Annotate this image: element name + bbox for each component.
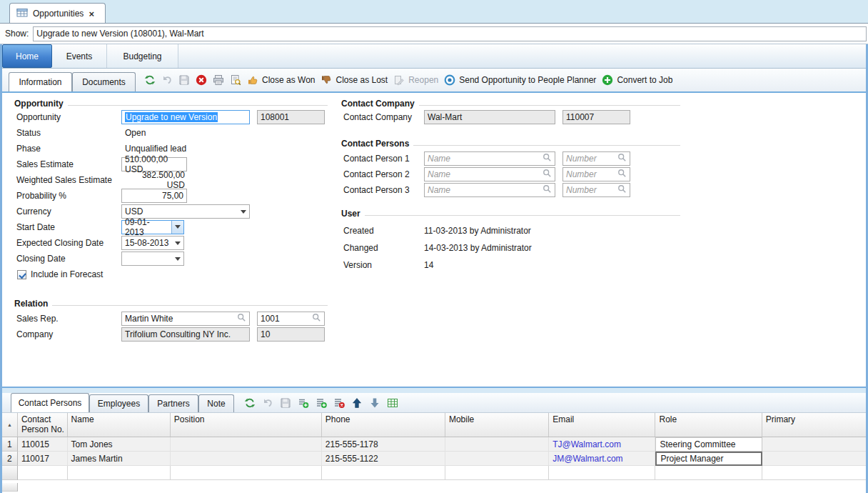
column-header-position[interactable]: Position (171, 413, 322, 437)
close-as-lost-button[interactable]: Close as Lost (321, 74, 388, 86)
close-as-won-button[interactable]: Close as Won (247, 74, 315, 86)
section-user: User (341, 208, 680, 219)
cell-email[interactable]: JM@Walmart.com (549, 452, 655, 466)
column-header-email[interactable]: Email (549, 413, 655, 437)
cell-empty[interactable] (445, 466, 549, 480)
send-to-people-planner-button[interactable]: Send Opportunity to People Planner (444, 74, 596, 86)
reopen-button[interactable]: Reopen (393, 74, 438, 86)
print-preview-icon[interactable] (230, 74, 241, 86)
cell-empty[interactable] (68, 466, 171, 480)
contact-person-1-number-input[interactable]: Number (562, 151, 630, 166)
cell-mobile[interactable] (445, 452, 549, 466)
cell-contact-person-no[interactable]: 110017 (18, 452, 68, 466)
cell-primary[interactable] (762, 452, 866, 466)
cell-empty[interactable] (18, 466, 68, 480)
close-tab-icon[interactable]: × (89, 9, 94, 19)
cell-empty[interactable] (549, 466, 655, 480)
pane-splitter[interactable] (2, 387, 866, 393)
ribbon-tab-home[interactable]: Home (2, 44, 52, 68)
column-header-mobile[interactable]: Mobile (445, 413, 549, 437)
cell-empty[interactable] (762, 466, 866, 480)
search-icon[interactable] (312, 313, 321, 324)
add-row-icon[interactable] (298, 397, 309, 409)
refresh-icon[interactable] (144, 74, 156, 86)
closing-date-picker[interactable] (121, 252, 184, 266)
cell-empty[interactable] (171, 466, 322, 480)
sales-estimate-input[interactable]: 510.000,00 USD (121, 157, 187, 171)
opportunity-input[interactable]: Upgrade to new Version (121, 110, 250, 124)
contact-person-3-name-input[interactable]: Name (424, 183, 555, 197)
cell-role[interactable]: Steering Committee (655, 437, 762, 452)
field-row-opportunity: Opportunity Upgrade to new Version 10800… (14, 109, 328, 125)
move-up-icon[interactable] (351, 397, 363, 409)
ribbon-tab-events[interactable]: Events (52, 44, 107, 68)
save-icon[interactable] (280, 397, 291, 409)
tab-partners[interactable]: Partners (148, 394, 198, 412)
sort-ascending-icon[interactable]: ▲ (2, 413, 18, 437)
tab-opportunities[interactable]: Opportunities × (9, 3, 106, 24)
convert-to-job-button[interactable]: Convert to Job (602, 74, 672, 86)
expected-closing-date-picker[interactable]: 15-08-2013 (121, 236, 184, 250)
table-row[interactable]: 1 110015 Tom Jones 215-555-1178 TJ@Walma… (2, 437, 866, 452)
delete-icon[interactable] (196, 74, 207, 86)
contact-person-1-name-input[interactable]: Name (424, 151, 555, 166)
cell-position[interactable] (171, 452, 322, 466)
cell-position[interactable] (171, 437, 322, 452)
start-date-picker[interactable]: 09-01-2013 (121, 220, 184, 234)
table-row-empty[interactable] (2, 466, 866, 480)
delete-row-icon[interactable] (333, 397, 345, 409)
print-icon[interactable] (213, 74, 224, 86)
row-number (2, 466, 18, 480)
cell-empty[interactable] (655, 466, 762, 480)
search-icon[interactable] (617, 184, 627, 196)
contact-person-2-name-input[interactable]: Name (424, 167, 555, 181)
cell-email[interactable]: TJ@Walmart.com (549, 437, 655, 452)
column-header-name[interactable]: Name (68, 413, 171, 437)
insert-row-icon[interactable] (316, 397, 327, 409)
cell-role-selected[interactable]: Project Manager (655, 452, 762, 466)
cell-name[interactable]: Tom Jones (68, 437, 171, 452)
tab-note[interactable]: Note (198, 394, 234, 412)
tab-documents[interactable]: Documents (72, 72, 136, 91)
show-input[interactable] (33, 26, 867, 41)
probability-input[interactable]: 75,00 (121, 189, 187, 203)
reopen-icon (393, 74, 405, 86)
search-icon[interactable] (617, 153, 627, 164)
sales-rep-input[interactable]: Martin White (121, 312, 250, 326)
search-icon[interactable] (542, 169, 552, 180)
refresh-icon[interactable] (244, 397, 256, 409)
cell-primary[interactable] (762, 437, 866, 452)
currency-dropdown[interactable]: USD (121, 204, 250, 219)
cell-phone[interactable]: 215-555-1178 (322, 437, 445, 452)
grid-view-icon[interactable] (387, 397, 398, 409)
search-icon[interactable] (542, 153, 552, 164)
tab-employees[interactable]: Employees (89, 394, 148, 412)
search-icon[interactable] (237, 313, 246, 324)
cell-empty[interactable] (322, 466, 445, 480)
move-down-icon[interactable] (369, 397, 380, 409)
ribbon-tab-budgeting[interactable]: Budgeting (107, 44, 178, 68)
column-header-contact-person-no[interactable]: Contact Person No. (18, 413, 68, 437)
tab-information[interactable]: Information (9, 72, 72, 91)
sales-rep-number-input[interactable]: 1001 (257, 312, 325, 326)
cell-phone[interactable]: 215-555-1122 (322, 452, 445, 466)
column-header-role[interactable]: Role (655, 413, 762, 437)
calendar-dropdown-button[interactable] (171, 221, 183, 234)
cell-mobile[interactable] (445, 437, 549, 452)
undo-icon[interactable] (262, 397, 273, 409)
contact-person-2-number-input[interactable]: Number (562, 167, 630, 181)
column-header-phone[interactable]: Phone (322, 413, 445, 437)
contact-person-3-label: Contact Person 3 (341, 185, 424, 195)
cell-name[interactable]: James Martin (68, 452, 171, 466)
cell-contact-person-no[interactable]: 110015 (18, 437, 68, 452)
undo-icon[interactable] (161, 74, 173, 86)
tab-contact-persons[interactable]: Contact Persons (11, 393, 89, 412)
save-icon[interactable] (178, 74, 190, 86)
section-contact-persons: Contact Persons (341, 138, 680, 149)
search-icon[interactable] (617, 169, 627, 180)
search-icon[interactable] (542, 184, 552, 196)
table-row[interactable]: 2 110017 James Martin 215-555-1122 JM@Wa… (2, 452, 866, 466)
contact-person-3-number-input[interactable]: Number (562, 183, 630, 197)
include-in-forecast-checkbox[interactable] (17, 270, 26, 279)
column-header-primary[interactable]: Primary (762, 413, 866, 437)
